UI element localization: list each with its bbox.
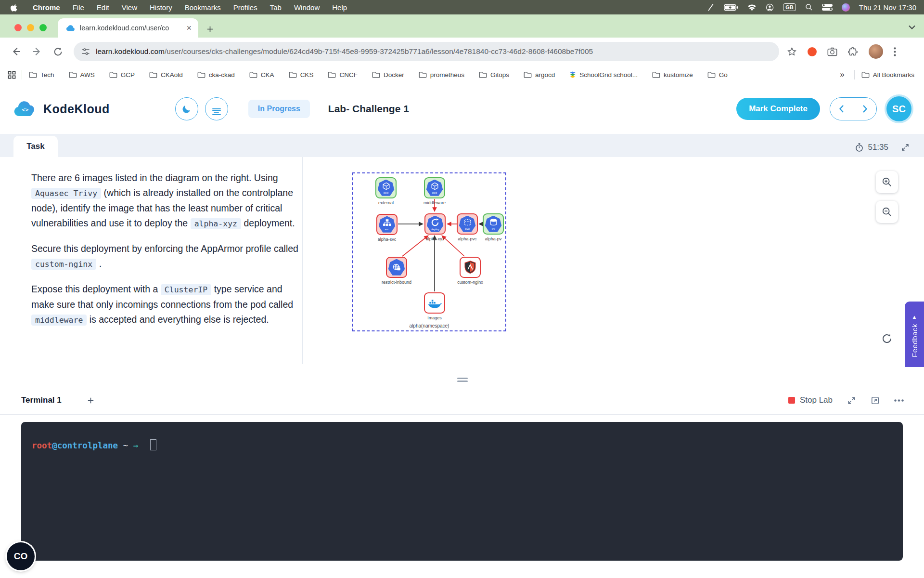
tab-task[interactable]: Task xyxy=(13,136,58,157)
node-tile: pod xyxy=(424,177,445,198)
apple-icon[interactable] xyxy=(11,3,18,12)
menu-item-edit[interactable]: Edit xyxy=(90,3,116,12)
forward-button[interactable] xyxy=(32,46,42,57)
bookmark-tech[interactable]: Tech xyxy=(29,71,54,79)
shield-icon xyxy=(464,261,476,274)
bookmark-gitops[interactable]: Gitops xyxy=(479,71,509,79)
extensions-puzzle-icon[interactable] xyxy=(848,47,858,57)
menu-item-file[interactable]: File xyxy=(66,3,90,12)
bookmark-cks[interactable]: CKS xyxy=(289,71,314,79)
reload-button[interactable] xyxy=(53,47,63,57)
tab-terminal-1[interactable]: Terminal 1 xyxy=(21,395,62,405)
bookmark-go[interactable]: Go xyxy=(707,71,728,79)
wifi-icon[interactable] xyxy=(747,4,757,11)
feedback-tab[interactable]: ▲ Feedback xyxy=(905,302,924,370)
menu-item-profiles[interactable]: Profiles xyxy=(227,3,264,12)
bookmark-ckaold[interactable]: CKAold xyxy=(149,71,183,79)
terminal-cursor xyxy=(150,439,156,450)
browser-menu-kebab-icon[interactable] xyxy=(894,47,896,56)
browser-profile-avatar[interactable] xyxy=(869,44,883,59)
bookmark-cka[interactable]: CKA xyxy=(249,71,274,79)
panel-splitter[interactable] xyxy=(0,367,924,386)
diagram-node-external: podexternal xyxy=(364,177,408,205)
browser-tab[interactable]: learn.kodekloud.com/user/co × xyxy=(58,18,198,38)
task-instructions: There are 6 images listed in the diagram… xyxy=(31,171,303,338)
bookmarks-overflow-chevrons[interactable]: » xyxy=(837,70,847,79)
mark-complete-button[interactable]: Mark Complete xyxy=(736,98,820,120)
keyboard-layout-badge[interactable]: GB xyxy=(783,3,796,11)
task-expand-icon[interactable] xyxy=(901,143,910,152)
feedback-label: Feedback xyxy=(911,324,919,357)
task-splitter-vertical[interactable] xyxy=(302,157,303,364)
back-button[interactable] xyxy=(11,46,21,57)
bookmark-aws[interactable]: AWS xyxy=(69,71,95,79)
screenshot-extension-icon[interactable] xyxy=(827,47,837,56)
task-strip-right: 51:35 xyxy=(855,143,924,157)
terminal-panel[interactable]: root@controlplane ~ → xyxy=(21,422,903,561)
menu-item-view[interactable]: View xyxy=(116,3,143,12)
browser-tab-strip: learn.kodekloud.com/user/co × xyxy=(0,14,924,38)
bookmark-cka-ckad[interactable]: cka-ckad xyxy=(197,71,235,79)
splitter-handle-icon[interactable] xyxy=(457,378,468,383)
terminal-more-options-icon[interactable] xyxy=(894,399,904,402)
tab-close-icon[interactable]: × xyxy=(184,24,193,32)
user-avatar[interactable]: SC xyxy=(886,96,911,121)
diagram-zoom-in-button[interactable] xyxy=(876,171,898,193)
inline-code: alpha-xyz xyxy=(191,218,241,229)
diagram-refresh-button[interactable] xyxy=(876,328,898,350)
diagram-zoom-out-button[interactable] xyxy=(876,201,898,223)
kodekloud-brand[interactable]: <> KodeKloud xyxy=(13,101,110,117)
node-tile: pv xyxy=(483,213,504,235)
close-window-button[interactable] xyxy=(14,24,22,31)
diagram-node-images: Images xyxy=(413,292,456,320)
terminal-expand-icon[interactable] xyxy=(847,396,856,405)
siri-icon[interactable] xyxy=(842,3,850,12)
fullscreen-window-button[interactable] xyxy=(39,24,47,31)
menu-bar-clock[interactable]: Thu 21 Nov 17:30 xyxy=(859,3,916,12)
pv-icon xyxy=(489,218,498,227)
next-lesson-button[interactable] xyxy=(853,98,876,120)
adblock-extension-icon[interactable] xyxy=(808,47,817,56)
course-outline-button[interactable] xyxy=(205,97,228,120)
bookmark-cncf[interactable]: CNCF xyxy=(328,71,358,79)
menu-item-history[interactable]: History xyxy=(143,3,179,12)
site-settings-icon[interactable] xyxy=(81,47,90,56)
bookmark-label: Tech xyxy=(40,71,54,79)
terminal-open-new-window-icon[interactable] xyxy=(871,396,880,405)
bookmark-prometheus[interactable]: prometheus xyxy=(419,71,464,79)
dark-mode-toggle[interactable] xyxy=(175,97,198,120)
menu-item-window[interactable]: Window xyxy=(288,3,326,12)
bookmark-star-icon[interactable] xyxy=(787,47,797,57)
kubernetes-heptagon: deploy xyxy=(427,216,444,233)
task-text-segment: Secure this deployment by enforcing the … xyxy=(31,243,298,254)
node-kind-label: pvc xyxy=(465,227,469,230)
spotlight-icon[interactable] xyxy=(805,3,813,11)
minimize-window-button[interactable] xyxy=(27,24,34,31)
battery-icon[interactable] xyxy=(724,4,738,11)
new-terminal-button[interactable] xyxy=(87,396,95,405)
stop-lab-button[interactable]: Stop Lab xyxy=(788,395,833,405)
apps-grid-icon[interactable] xyxy=(8,71,16,79)
new-tab-button[interactable] xyxy=(206,25,214,33)
task-text-segment: is accepted and everything else is rejec… xyxy=(87,314,269,325)
task-text-segment: deployment. xyxy=(241,218,295,228)
bookmark-docker[interactable]: Docker xyxy=(372,71,404,79)
menu-item-bookmarks[interactable]: Bookmarks xyxy=(179,3,227,12)
menu-item-help[interactable]: Help xyxy=(326,3,353,12)
bookmark-label: GCP xyxy=(121,71,135,79)
user-status-icon[interactable] xyxy=(766,3,774,12)
url-bar[interactable]: learn.kodekloud.com/user/courses/cks-cha… xyxy=(74,42,779,61)
bookmark-schoolgrid-school-[interactable]: SchoolGrid school... xyxy=(569,71,638,79)
tab-search-chevron-icon[interactable] xyxy=(909,25,915,29)
bookmark-argocd[interactable]: argocd xyxy=(524,71,555,79)
mute-icon[interactable] xyxy=(707,3,715,11)
all-bookmarks-button[interactable]: All Bookmarks xyxy=(861,71,914,79)
control-center-icon[interactable] xyxy=(822,4,833,11)
bookmark-gcp[interactable]: GCP xyxy=(109,71,135,79)
list-icon xyxy=(212,108,221,109)
menu-item-chrome[interactable]: Chrome xyxy=(26,3,66,12)
menu-item-tab[interactable]: Tab xyxy=(264,3,288,12)
previous-lesson-button[interactable] xyxy=(830,98,853,120)
bookmark-kustomize[interactable]: kustomize xyxy=(652,71,693,79)
chat-widget-button[interactable]: CO xyxy=(7,542,35,570)
